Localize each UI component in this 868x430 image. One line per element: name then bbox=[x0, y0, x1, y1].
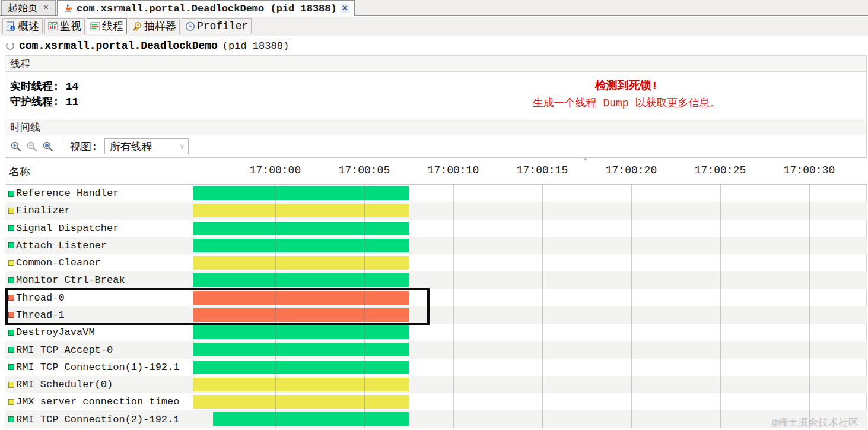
thread-bar-zone bbox=[192, 324, 867, 341]
close-icon[interactable]: × bbox=[341, 4, 349, 13]
thread-state-square-icon bbox=[8, 399, 14, 405]
axis-tick-label: 17:00:30 bbox=[784, 165, 835, 176]
thread-state-bar bbox=[193, 395, 409, 409]
overview-icon: i bbox=[6, 21, 16, 31]
toolbar-button-4[interactable]: Profiler bbox=[182, 18, 252, 34]
thread-name-cell[interactable]: RMI Scheduler(0) bbox=[5, 376, 192, 393]
tab-bar: 起始页×com.xsrmall.portal.DeadlockDemo (pid… bbox=[0, 0, 868, 16]
thread-timeline: 名称 ⌃ 17:00:0017:00:0517:00:1017:00:1517:… bbox=[5, 158, 867, 428]
thread-name-cell[interactable]: Thread-0 bbox=[5, 289, 192, 306]
collapse-splitter-icon[interactable]: ⌃ bbox=[583, 158, 588, 165]
threads-section-header: 线程 bbox=[5, 55, 866, 72]
toolbar-button-label: 监视 bbox=[60, 19, 81, 33]
thread-state-bar bbox=[193, 204, 409, 217]
thread-row-0[interactable]: Reference Handler bbox=[5, 185, 867, 202]
name-column-header-label: 名称 bbox=[9, 165, 30, 179]
zoom-fit-icon[interactable] bbox=[42, 141, 54, 153]
thread-bar-zone bbox=[192, 220, 867, 237]
zoom-out-icon[interactable] bbox=[26, 141, 38, 153]
thread-name-cell[interactable]: Thread-1 bbox=[5, 306, 192, 324]
thread-name-cell[interactable]: RMI TCP Connection(1)-192.1 bbox=[5, 359, 192, 376]
thread-row-3[interactable]: Attach Listener bbox=[5, 237, 867, 254]
thread-rows: Reference HandlerFinalizerSignal Dispatc… bbox=[5, 185, 867, 428]
toolbar-separator bbox=[62, 140, 62, 153]
visualvm-window: 起始页×com.xsrmall.portal.DeadlockDemo (pid… bbox=[0, 0, 868, 430]
daemon-threads-value: 11 bbox=[66, 96, 79, 108]
thread-name: Attach Listener bbox=[16, 240, 107, 251]
thread-state-bar bbox=[193, 222, 409, 235]
thread-bar-zone bbox=[192, 410, 867, 428]
deadlock-title: 检测到死锁! bbox=[493, 78, 760, 93]
thread-name-cell[interactable]: Common-Cleaner bbox=[5, 254, 192, 271]
thread-name: Reference Handler bbox=[16, 188, 119, 199]
thread-name-cell[interactable]: RMI TCP Accept-0 bbox=[5, 341, 192, 358]
thread-view-select[interactable]: 所有线程 ∨ bbox=[104, 138, 189, 154]
window-tab-0[interactable]: 起始页× bbox=[1, 0, 56, 15]
axis-tick-label: 17:00:25 bbox=[695, 165, 746, 176]
thread-row-2[interactable]: Signal Dispatcher bbox=[5, 220, 867, 237]
live-threads-label: 实时线程: bbox=[10, 81, 59, 93]
thread-name-cell[interactable]: Monitor Ctrl-Break bbox=[5, 271, 192, 289]
thread-state-bar bbox=[193, 239, 409, 252]
thread-row-10[interactable]: RMI TCP Connection(1)-192.1 bbox=[5, 359, 867, 376]
profiler-icon bbox=[185, 21, 195, 31]
thread-row-5[interactable]: Monitor Ctrl-Break bbox=[5, 271, 867, 289]
thread-state-bar bbox=[193, 291, 409, 305]
thread-name: RMI Scheduler(0) bbox=[16, 379, 113, 390]
toolbar-button-3[interactable]: 抽样器 bbox=[129, 18, 180, 34]
thread-state-square-icon bbox=[8, 277, 14, 283]
thread-row-7[interactable]: Thread-1 bbox=[5, 306, 867, 324]
name-column-header[interactable]: 名称 bbox=[5, 158, 192, 185]
axis-tick-label: 17:00:15 bbox=[517, 165, 568, 176]
thread-row-1[interactable]: Finalizer bbox=[5, 202, 867, 219]
view-toolbar: i概述监视线程抽样器Profiler bbox=[0, 17, 868, 36]
thread-row-4[interactable]: Common-Cleaner bbox=[5, 254, 867, 271]
zoom-in-icon[interactable] bbox=[10, 141, 22, 153]
deadlock-message[interactable]: 生成一个线程 Dump 以获取更多信息。 bbox=[493, 96, 760, 110]
tab-label: 起始页 bbox=[8, 1, 38, 15]
toolbar-button-0[interactable]: i概述 bbox=[2, 18, 43, 34]
toolbar-button-label: 抽样器 bbox=[144, 19, 176, 33]
timeline-toolbar: 视图: 所有线程 ∨ bbox=[5, 135, 866, 158]
thread-state-square-icon bbox=[8, 225, 14, 231]
thread-name-cell[interactable]: JMX server connection timeo bbox=[5, 393, 192, 410]
daemon-threads-label: 守护线程: bbox=[10, 96, 59, 108]
thread-state-square-icon bbox=[8, 382, 14, 388]
thread-row-13[interactable]: RMI TCP Connection(2)-192.1 bbox=[5, 410, 867, 428]
daemon-threads-stat: 守护线程: 11 bbox=[10, 94, 78, 109]
axis-tick-label: 17:00:10 bbox=[428, 165, 479, 176]
toolbar-button-2[interactable]: 线程 bbox=[87, 18, 127, 34]
watermark: @稀土掘金技术社区 bbox=[772, 416, 859, 429]
thread-row-8[interactable]: DestroyJavaVM bbox=[5, 324, 867, 341]
thread-bar-zone bbox=[192, 359, 867, 376]
thread-name: DestroyJavaVM bbox=[16, 327, 95, 338]
sampler-icon bbox=[132, 21, 142, 31]
close-icon[interactable]: × bbox=[42, 4, 50, 12]
thread-name-cell[interactable]: Attach Listener bbox=[5, 237, 192, 254]
thread-view-selected-value: 所有线程 bbox=[110, 140, 152, 154]
timeline-section-header: 时间线 bbox=[5, 119, 866, 135]
thread-state-square-icon bbox=[8, 242, 14, 248]
thread-state-square-icon bbox=[8, 347, 14, 353]
thread-name-cell[interactable]: Signal Dispatcher bbox=[5, 220, 192, 237]
application-name: com.xsrmall.portal.DeadlockDemo bbox=[19, 40, 218, 52]
thread-state-bar bbox=[193, 361, 409, 374]
toolbar-button-1[interactable]: 监视 bbox=[44, 18, 85, 34]
timeline-header: 名称 ⌃ 17:00:0017:00:0517:00:1017:00:1517:… bbox=[5, 158, 867, 185]
thread-row-12[interactable]: JMX server connection timeo bbox=[5, 393, 867, 410]
threads-panel: 线程 实时线程: 14 守护线程: 11 检测到死锁! 生成一个线程 Dump … bbox=[5, 55, 867, 430]
toolbar-button-label: 线程 bbox=[102, 19, 123, 33]
thread-name-cell[interactable]: Reference Handler bbox=[5, 185, 192, 202]
thread-name-cell[interactable]: Finalizer bbox=[5, 202, 192, 219]
thread-row-9[interactable]: RMI TCP Accept-0 bbox=[5, 341, 867, 358]
thread-row-6[interactable]: Thread-0 bbox=[5, 289, 867, 306]
thread-name: RMI TCP Connection(2)-192.1 bbox=[16, 414, 179, 425]
window-tab-1[interactable]: com.xsrmall.portal.DeadlockDemo (pid 183… bbox=[57, 0, 355, 16]
thread-name-cell[interactable]: DestroyJavaVM bbox=[5, 324, 192, 341]
thread-row-11[interactable]: RMI Scheduler(0) bbox=[5, 376, 867, 393]
thread-state-square-icon bbox=[8, 208, 14, 214]
thread-state-square-icon bbox=[8, 312, 14, 318]
view-label: 视图: bbox=[70, 140, 98, 154]
threads-section-title: 线程 bbox=[10, 57, 30, 71]
thread-name-cell[interactable]: RMI TCP Connection(2)-192.1 bbox=[5, 410, 192, 428]
